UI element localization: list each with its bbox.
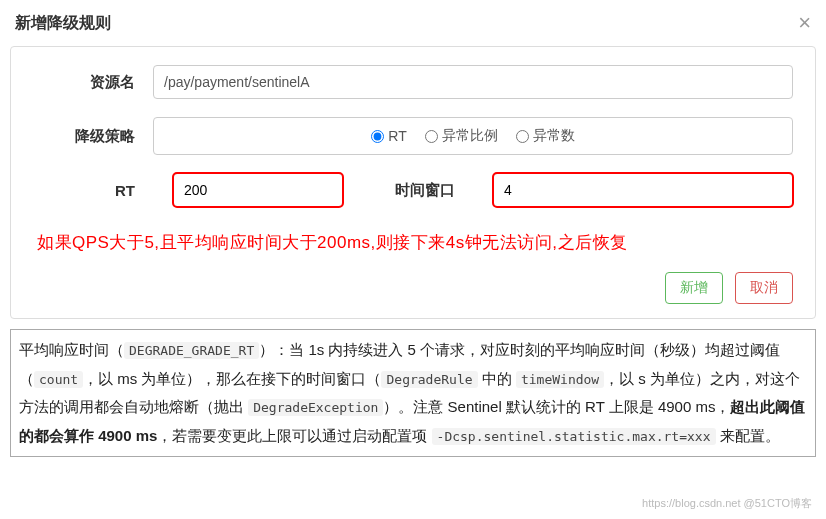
radio-error-count-label: 异常数 <box>533 127 575 145</box>
desc-t8: 来配置。 <box>716 427 780 444</box>
window-input[interactable] <box>493 173 793 207</box>
strategy-radio-group: RT 异常比例 异常数 <box>153 117 793 155</box>
label-rt: RT <box>33 182 153 199</box>
radio-rt[interactable]: RT <box>371 128 406 144</box>
add-button[interactable]: 新增 <box>665 272 723 304</box>
desc-c4: timeWindow <box>516 371 604 388</box>
radio-error-ratio[interactable]: 异常比例 <box>425 127 498 145</box>
row-resource: 资源名 <box>33 65 793 99</box>
modal-title: 新增降级规则 <box>15 13 111 34</box>
label-resource: 资源名 <box>33 73 153 92</box>
desc-c5: DegradeException <box>248 399 383 416</box>
radio-rt-input[interactable] <box>371 130 384 143</box>
close-icon[interactable]: × <box>798 10 811 36</box>
radio-error-ratio-label: 异常比例 <box>442 127 498 145</box>
rt-input[interactable] <box>173 173 343 207</box>
desc-t6: ）。注意 Sentinel 默认统计的 RT 上限是 4900 ms， <box>383 398 730 415</box>
desc-c3: DegradeRule <box>381 371 477 388</box>
desc-c6: -Dcsp.sentinel.statistic.max.rt=xxx <box>432 428 716 445</box>
row-rt-window: RT 时间窗口 <box>33 173 793 207</box>
annotation-note: 如果QPS大于5,且平均响应时间大于200ms,则接下来4s钟无法访问,之后恢复 <box>33 225 793 272</box>
row-strategy: 降级策略 RT 异常比例 异常数 <box>33 117 793 155</box>
radio-error-count-input[interactable] <box>516 130 529 143</box>
button-row: 新增 取消 <box>33 272 793 304</box>
radio-error-count[interactable]: 异常数 <box>516 127 575 145</box>
modal-header: 新增降级规则 × <box>0 0 826 46</box>
label-strategy: 降级策略 <box>33 127 153 146</box>
modal: 新增降级规则 × 资源名 降级策略 RT 异常比例 异常数 <box>0 0 826 457</box>
label-window: 时间窗口 <box>363 181 473 200</box>
desc-t3: ，以 ms 为单位），那么在接下的时间窗口（ <box>83 370 381 387</box>
desc-t1: 平均响应时间（ <box>19 341 124 358</box>
cancel-button[interactable]: 取消 <box>735 272 793 304</box>
desc-t7: ，若需要变更此上限可以通过启动配置项 <box>157 427 431 444</box>
desc-c2: count <box>34 371 83 388</box>
description-box: 平均响应时间（DEGRADE_GRADE_RT）：当 1s 内持续进入 5 个请… <box>10 329 816 457</box>
resource-input[interactable] <box>153 65 793 99</box>
form-panel: 资源名 降级策略 RT 异常比例 异常数 RT <box>10 46 816 319</box>
desc-t4: 中的 <box>478 370 516 387</box>
desc-c1: DEGRADE_GRADE_RT <box>124 342 259 359</box>
radio-rt-label: RT <box>388 128 406 144</box>
radio-error-ratio-input[interactable] <box>425 130 438 143</box>
